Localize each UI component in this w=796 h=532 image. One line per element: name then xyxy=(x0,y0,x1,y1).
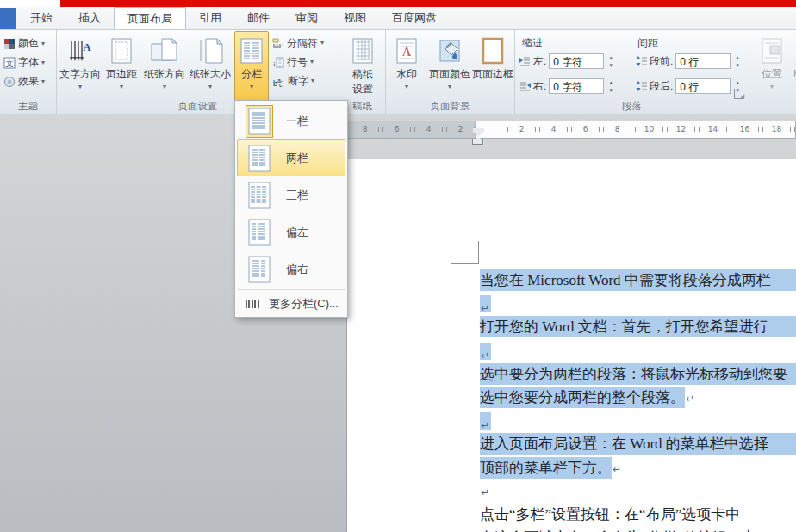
spacing-before-input[interactable]: 0 行 xyxy=(675,53,731,69)
text-boundary-mark xyxy=(478,241,479,264)
ribbon-tab-5[interactable]: 审阅 xyxy=(283,7,331,29)
ruler-number: 4 xyxy=(413,125,445,133)
ruler-number: 18 xyxy=(761,125,793,133)
theme-colors-button[interactable]: 颜色 ▾ xyxy=(3,35,45,52)
spacing-after-row: 段后: 0 行 ▲▼ xyxy=(636,77,740,95)
group-paragraph: 缩进 间距 左: 0 字符 ▲▼ 右: 0 字符 ▲▼ xyxy=(515,30,749,114)
indent-left-row: 左: 0 字符 ▲▼ xyxy=(519,53,613,70)
spacing-label: 间距 xyxy=(637,36,658,51)
page-color-button[interactable]: 页面颜色 ▾ xyxy=(427,32,472,102)
page-border-button[interactable]: 页面边框 xyxy=(472,32,513,102)
paper-size-button[interactable]: 纸张大小 ▾ xyxy=(188,32,233,102)
document-line-1: 当您在 Microsoft Word 中需要将段落分成两栏 xyxy=(480,269,796,292)
ribbon-tab-6[interactable]: 视图 xyxy=(331,7,379,29)
columns-menu-item-two[interactable]: 两栏 xyxy=(237,139,345,176)
ribbon-tab-0[interactable]: 开始 xyxy=(17,7,65,29)
theme-fonts-button[interactable]: 文 字体 ▾ xyxy=(3,54,45,71)
manuscript-setup-button[interactable]: 稿纸 设置 xyxy=(345,32,380,102)
margins-button[interactable]: 页边距 ▾ xyxy=(102,32,141,102)
document-line-3: 打开您的 Word 文档：首先，打开您希望进行 xyxy=(480,315,796,338)
chevron-down-icon: ▾ xyxy=(141,84,188,90)
document-line-8: 进入页面布局设置：在 Word 的菜单栏中选择 xyxy=(480,432,796,455)
ribbon-tab-3[interactable]: 引用 xyxy=(186,7,234,29)
svg-text:文: 文 xyxy=(6,59,14,68)
svg-text:A: A xyxy=(402,46,412,59)
indent-label: 缩进 xyxy=(522,36,543,51)
document-line-4: ↵ xyxy=(480,339,796,362)
indent-right-spinner[interactable]: ▲▼ xyxy=(608,80,613,93)
columns-menu-item-right[interactable]: 偏右 xyxy=(237,251,345,288)
ruler-number: 8 xyxy=(601,125,633,133)
file-tab[interactable] xyxy=(0,8,16,29)
chevron-down-icon: ▾ xyxy=(311,77,314,84)
ruler-number: 10 xyxy=(633,125,665,133)
ribbon-tab-7[interactable]: 百度网盘 xyxy=(379,7,450,29)
ribbon-tab-2[interactable]: 页面布局 xyxy=(114,7,186,29)
columns-button[interactable]: 分栏 ▾ xyxy=(234,31,269,101)
grid-page-icon xyxy=(351,37,374,65)
ribbon-tab-4[interactable]: 邮件 xyxy=(234,7,283,29)
column-layout-icon xyxy=(248,256,271,283)
group-label-paragraph: 段落 xyxy=(515,100,749,113)
indent-left-spinner[interactable]: ▲▼ xyxy=(608,55,613,68)
hyphenation-button[interactable]: b a- c 断字 ▾ xyxy=(272,73,314,89)
watermark-button[interactable]: A 水印 ▾ xyxy=(388,32,426,102)
more-columns-menu-item[interactable]: 更多分栏(C)... xyxy=(237,292,345,315)
indent-right-icon xyxy=(519,81,531,91)
spacing-before-spinner[interactable]: ▲▼ xyxy=(735,55,740,68)
document-line-12: 在这个区域上有一个名为“分栏”的按钮，点 xyxy=(480,526,796,532)
chevron-down-icon: ▾ xyxy=(755,84,789,90)
color-swatches-icon xyxy=(3,38,16,50)
chevron-down-icon: ▾ xyxy=(59,84,102,90)
group-label-themes: 主题 xyxy=(0,100,56,113)
theme-effects-button[interactable]: 效果 ▾ xyxy=(3,73,45,90)
columns-menu-item-three[interactable]: 三栏 xyxy=(237,176,345,213)
column-layout-icon xyxy=(248,182,271,209)
chevron-down-icon: ▾ xyxy=(388,84,426,90)
spacing-after-input[interactable]: 0 行 xyxy=(675,78,731,94)
chevron-down-icon: ▾ xyxy=(41,59,45,66)
red-a-page-icon: A xyxy=(395,37,418,65)
document-line-5: 选中要分为两栏的段落：将鼠标光标移动到您要 xyxy=(480,362,796,386)
ribbon-tabs: 开始插入页面布局引用邮件审阅视图百度网盘 xyxy=(17,7,450,29)
ruler-number: 20 xyxy=(793,125,796,133)
ribbon-tab-1[interactable]: 插入 xyxy=(65,7,114,29)
left-indent-marker[interactable] xyxy=(472,139,483,145)
paragraph-dialog-launcher[interactable] xyxy=(734,89,744,99)
menu-separator xyxy=(238,289,345,290)
ruler-number: 16 xyxy=(729,125,761,133)
svg-text:A: A xyxy=(83,40,91,53)
title-bar xyxy=(0,0,796,7)
chevron-down-icon: ▾ xyxy=(102,84,141,90)
indent-left-input[interactable]: 0 字符 xyxy=(549,53,604,69)
two-column-page-icon xyxy=(239,37,264,65)
indent-right-input[interactable]: 0 字符 xyxy=(549,78,604,94)
ruler-number: 12 xyxy=(665,125,697,133)
column-layout-icon xyxy=(248,145,271,172)
horizontal-ruler[interactable]: 8642 2468101214161820 xyxy=(346,121,796,139)
text-direction-button[interactable]: A 文字方向 ▾ xyxy=(59,32,102,102)
chevron-down-icon: ▾ xyxy=(41,78,45,85)
indent-left-icon xyxy=(519,56,531,66)
chevron-down-icon: ▾ xyxy=(320,40,324,46)
document-text[interactable]: 当您在 Microsoft Word 中需要将段落分成两栏↵打开您的 Word … xyxy=(480,269,796,532)
ruler-number: 2 xyxy=(445,125,476,133)
breaks-button[interactable]: 分隔符 ▾ xyxy=(272,35,324,51)
ruler-number: 2 xyxy=(506,125,538,133)
ruler-number: 14 xyxy=(697,125,729,133)
columns-dropdown-menu: 一栏 两栏 三栏 偏左 偏右 xyxy=(234,100,348,318)
paint-bucket-icon xyxy=(438,37,462,65)
position-button[interactable]: 位置 ▾ xyxy=(755,32,789,102)
svg-text:c: c xyxy=(279,82,283,87)
document-line-7: ↵ xyxy=(480,409,796,432)
column-layout-icon xyxy=(248,219,271,246)
circle-icon xyxy=(3,76,16,88)
line-numbers-button[interactable]: ⁝ 行号 ▾ xyxy=(272,54,314,70)
columns-menu-item-left[interactable]: 偏左 xyxy=(237,213,345,251)
columns-menu-item-one[interactable]: 一栏 xyxy=(237,102,345,139)
column-layout-icon xyxy=(248,108,271,135)
wen-box-icon: 文 xyxy=(3,57,16,69)
ribbon-tab-bar: 开始插入页面布局引用邮件审阅视图百度网盘 xyxy=(0,7,796,29)
page-margins-icon xyxy=(109,37,134,65)
orientation-button[interactable]: 纸张方向 ▾ xyxy=(141,32,188,102)
